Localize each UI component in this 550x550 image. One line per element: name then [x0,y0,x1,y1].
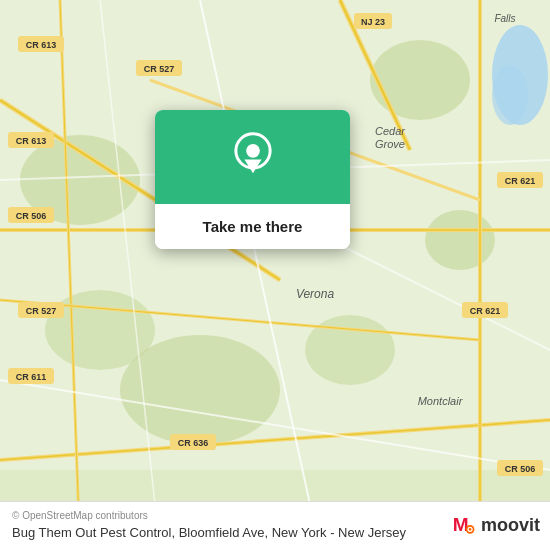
svg-text:Montclair: Montclair [418,395,464,407]
svg-text:CR 527: CR 527 [144,64,175,74]
svg-point-9 [492,65,528,125]
location-pin-icon [229,132,277,180]
svg-text:CR 636: CR 636 [178,438,209,448]
map-svg: CR 613 CR 613 CR 527 CR 527 NJ 23 CR 506… [0,0,550,550]
svg-text:CR 621: CR 621 [470,306,501,316]
svg-point-4 [425,210,495,270]
map-container: CR 613 CR 613 CR 527 CR 527 NJ 23 CR 506… [0,0,550,550]
svg-point-3 [370,40,470,120]
svg-text:CR 527: CR 527 [26,306,57,316]
svg-point-58 [246,144,260,158]
svg-text:Falls: Falls [494,13,515,24]
svg-text:CR 613: CR 613 [16,136,47,146]
svg-text:CR 506: CR 506 [16,211,47,221]
svg-text:Cedar: Cedar [375,125,406,137]
svg-text:Grove: Grove [375,138,405,150]
moovit-icon: M [451,512,477,538]
svg-text:CR 621: CR 621 [505,176,536,186]
svg-text:Verona: Verona [296,287,335,301]
popup-card: Take me there [155,110,350,249]
svg-text:CR 611: CR 611 [16,372,47,382]
svg-text:M: M [453,514,469,535]
svg-text:CR 506: CR 506 [505,464,536,474]
bottom-bar: © OpenStreetMap contributors Bug Them Ou… [0,501,550,550]
moovit-text: moovit [481,515,540,536]
popup-green-area [155,110,350,204]
svg-text:NJ 23: NJ 23 [361,17,385,27]
svg-text:CR 613: CR 613 [26,40,57,50]
moovit-logo: M moovit [451,512,540,538]
svg-point-64 [469,528,472,531]
take-me-there-button[interactable]: Take me there [155,204,350,249]
